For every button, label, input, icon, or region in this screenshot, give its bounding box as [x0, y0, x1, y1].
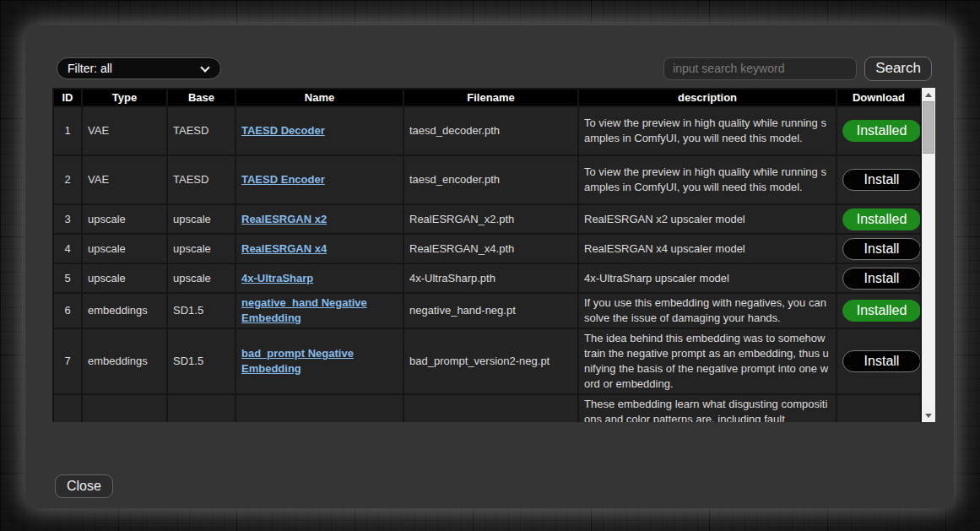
search-button[interactable]: Search [864, 57, 932, 81]
model-table-zone: ID Type Base Name Filename description D… [52, 88, 935, 422]
cell-base: TAESD [167, 155, 236, 204]
cell-type: upscale [82, 263, 167, 293]
cell-base: TAESD [167, 106, 236, 155]
model-name-link[interactable]: RealESRGAN x2 [241, 213, 327, 225]
installed-button[interactable]: Installed [842, 209, 921, 230]
cell-download: Installed [837, 293, 921, 328]
cell-name: TAESD Encoder [236, 155, 403, 204]
table-row: 2VAETAESDTAESD Encodertaesd_encoder.pthT… [53, 155, 921, 204]
cell-id: 4 [53, 234, 82, 263]
cell-id: 5 [53, 263, 82, 293]
cell-id: 3 [53, 204, 82, 234]
cell-name: negative_hand Negative Embedding [236, 293, 403, 328]
cell-name: TAESD Decoder [236, 106, 403, 155]
scrollbar-track[interactable] [922, 101, 935, 409]
cell-name: 4x-UltraSharp [236, 263, 403, 293]
cell-type: embeddings [82, 293, 167, 328]
cell-type: upscale [82, 204, 167, 234]
dialog-topbar: Filter: all Search [57, 56, 932, 81]
cell-filename: bad_prompt_version2-neg.pt [403, 328, 578, 394]
table-row: 7embeddingsSD1.5bad_prompt Negative Embe… [53, 328, 921, 394]
cell-filename: 4x-UltraSharp.pth [403, 263, 578, 293]
cell-base: upscale [167, 234, 236, 263]
cell-description: The idea behind this embedding was to so… [578, 328, 837, 394]
model-name-link[interactable]: negative_hand Negative Embedding [241, 296, 367, 324]
install-button[interactable]: Install [842, 169, 921, 191]
cell-base: upscale [167, 204, 236, 234]
header-name: Name [236, 89, 403, 106]
cell-name: RealESRGAN x2 [236, 204, 403, 234]
model-name-link[interactable]: RealESRGAN x4 [241, 242, 327, 255]
cell-type: VAE [82, 155, 167, 204]
cell-download [837, 394, 921, 422]
cell-description: These embedding learn what disgusting co… [578, 394, 837, 422]
cell-base: SD1.5 [167, 328, 236, 394]
cell-type: embeddings [82, 328, 167, 394]
table-row: 1VAETAESDTAESD Decodertaesd_decoder.pthT… [53, 106, 921, 155]
cell-id [53, 394, 82, 422]
install-button[interactable]: Install [842, 350, 921, 372]
header-base: Base [167, 89, 236, 106]
search-group: Search [663, 57, 932, 81]
header-description: description [578, 89, 837, 106]
cell-name [236, 394, 403, 422]
installed-button[interactable]: Installed [842, 300, 921, 322]
table-row: These embedding learn what disgusting co… [53, 394, 921, 422]
install-models-dialog: Filter: all Search ID Type Base Name Fi [25, 25, 954, 508]
model-name-link[interactable]: TAESD Encoder [241, 173, 325, 186]
cell-description: 4x-UltraSharp upscaler model [578, 263, 837, 293]
cell-description: To view the preview in high quality whil… [578, 106, 837, 155]
filter-select-wrap: Filter: all [57, 57, 221, 79]
search-input[interactable] [663, 57, 857, 80]
cell-download: Installed [837, 106, 921, 155]
cell-download: Install [837, 328, 921, 394]
table-row: 3upscaleupscaleRealESRGAN x2RealESRGAN_x… [53, 204, 921, 234]
model-name-link[interactable]: TAESD Decoder [241, 124, 325, 137]
cell-filename: negative_hand-neg.pt [403, 293, 578, 328]
scroll-down-icon [925, 414, 932, 418]
header-download: Download [837, 89, 921, 106]
cell-filename [403, 394, 578, 422]
cell-id: 7 [53, 328, 82, 394]
cell-type: upscale [82, 234, 167, 263]
table-row: 4upscaleupscaleRealESRGAN x4RealESRGAN_x… [53, 234, 921, 263]
installed-button[interactable]: Installed [842, 120, 921, 142]
cell-type [82, 394, 167, 422]
cell-filename: taesd_encoder.pth [403, 155, 578, 204]
cell-description: RealESRGAN x2 upscaler model [578, 204, 837, 234]
scroll-up-button[interactable] [922, 88, 935, 101]
model-table: ID Type Base Name Filename description D… [52, 88, 922, 422]
table-row: 5upscaleupscale4x-UltraSharp4x-UltraShar… [53, 263, 921, 293]
header-filename: Filename [403, 89, 578, 106]
cell-base [167, 394, 236, 422]
cell-filename: RealESRGAN_x2.pth [403, 204, 578, 234]
cell-download: Install [837, 234, 921, 263]
cell-type: VAE [82, 106, 167, 155]
cell-name: RealESRGAN x4 [236, 234, 403, 263]
model-table-header: ID Type Base Name Filename description D… [53, 89, 921, 106]
header-id: ID [53, 89, 82, 106]
cell-filename: RealESRGAN_x4.pth [403, 234, 578, 263]
scrollbar-thumb[interactable] [923, 101, 934, 154]
cell-name: bad_prompt Negative Embedding [236, 328, 403, 394]
cell-id: 6 [53, 293, 82, 328]
install-button[interactable]: Install [842, 268, 921, 290]
table-row: 6embeddingsSD1.5negative_hand Negative E… [53, 293, 921, 328]
model-name-link[interactable]: 4x-UltraSharp [241, 272, 313, 284]
cell-description: If you use this embedding with negatives… [578, 293, 837, 328]
filter-select[interactable]: Filter: all [57, 57, 221, 79]
cell-download: Install [837, 155, 921, 204]
cell-description: RealESRGAN x4 upscaler model [578, 234, 837, 263]
scroll-down-button[interactable] [922, 409, 935, 422]
model-table-body: 1VAETAESDTAESD Decodertaesd_decoder.pthT… [53, 106, 921, 422]
cell-id: 1 [53, 106, 82, 155]
cell-filename: taesd_decoder.pth [403, 106, 578, 155]
cell-download: Install [837, 263, 921, 293]
install-button[interactable]: Install [842, 238, 921, 260]
model-name-link[interactable]: bad_prompt Negative Embedding [241, 347, 354, 375]
scroll-up-icon [925, 93, 932, 97]
table-scrollbar[interactable] [922, 88, 935, 422]
cell-download: Installed [837, 204, 921, 234]
cell-base: upscale [167, 263, 236, 293]
close-button[interactable]: Close [55, 474, 113, 498]
